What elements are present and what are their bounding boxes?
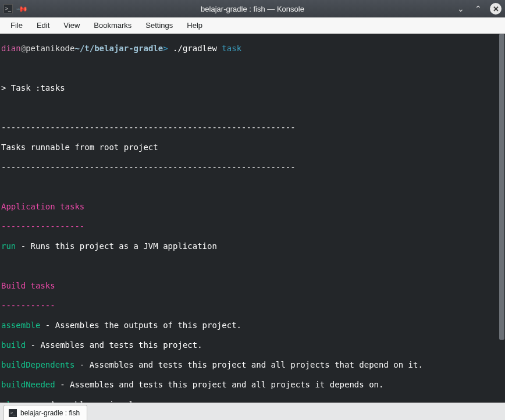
- divider: ----------------------------------------…: [1, 162, 504, 172]
- blank-line: [1, 103, 504, 113]
- menu-bookmarks[interactable]: Bookmarks: [88, 19, 137, 32]
- task-name: classes: [1, 400, 35, 403]
- section-dash: -----------------: [1, 222, 504, 232]
- task-line: build - Assembles and tests this project…: [1, 340, 504, 350]
- task-name: buildDependents: [1, 360, 74, 369]
- window-title: belajar-gradle : fish — Konsole: [201, 5, 304, 13]
- menu-file[interactable]: File: [5, 19, 29, 32]
- task-line: buildDependents - Assembles and tests th…: [1, 360, 504, 370]
- close-button[interactable]: ✕: [490, 3, 502, 15]
- minimize-button[interactable]: ⌄: [455, 4, 467, 13]
- task-name: run: [1, 241, 16, 251]
- task-desc: - Assembles and tests this project and a…: [74, 360, 422, 369]
- task-desc: - Assembles and tests this project.: [26, 340, 202, 350]
- section-title-build: Build tasks: [1, 281, 504, 291]
- menu-help[interactable]: Help: [181, 19, 208, 32]
- prompt-sep: >: [163, 44, 168, 53]
- menubar: File Edit View Bookmarks Settings Help: [0, 17, 505, 34]
- divider: ----------------------------------------…: [1, 123, 504, 133]
- blank-line: [1, 182, 504, 192]
- task-name: buildNeeded: [1, 380, 55, 389]
- task-line: run - Runs this project as a JVM applica…: [1, 241, 504, 251]
- titlebar-left: >_ 📌: [3, 4, 27, 13]
- titlebar: >_ 📌 belajar-gradle : fish — Konsole ⌄ ⌃…: [0, 0, 505, 17]
- prompt-arg: task: [222, 44, 241, 53]
- task-desc: - Assembles main classes.: [35, 400, 163, 403]
- app-icon: >_: [3, 4, 13, 13]
- terminal-icon: >_: [9, 409, 17, 417]
- task-desc: - Runs this project as a JVM application: [16, 241, 217, 251]
- section-dash: -----------: [1, 301, 504, 311]
- task-line: classes - Assembles main classes.: [1, 400, 504, 403]
- task-desc: - Assembles the outputs of this project.: [40, 321, 241, 330]
- prompt-user: dian: [1, 44, 21, 53]
- task-header: > Task :tasks: [1, 83, 504, 93]
- task-line: assemble - Assembles the outputs of this…: [1, 321, 504, 330]
- tab-label: belajar-gradle : fish: [20, 409, 80, 417]
- titlebar-right: ⌄ ⌃ ✕: [455, 3, 502, 15]
- task-desc: - Assembles and tests this project and a…: [55, 380, 384, 389]
- menu-edit[interactable]: Edit: [31, 19, 55, 32]
- prompt-path: ~/t/belajar-gradle: [74, 44, 163, 53]
- menu-settings[interactable]: Settings: [140, 19, 179, 32]
- pin-icon[interactable]: 📌: [16, 2, 29, 15]
- scroll-thumb[interactable]: [499, 34, 504, 340]
- prompt-host: petanikode: [26, 44, 74, 53]
- prompt-line: dian@petanikode~/t/belajar-gradle> ./gra…: [1, 44, 504, 54]
- blank-line: [1, 63, 504, 73]
- task-name: build: [1, 340, 26, 350]
- tabbar: >_ belajar-gradle : fish: [0, 403, 505, 420]
- maximize-button[interactable]: ⌃: [472, 4, 484, 13]
- task-line: buildNeeded - Assembles and tests this p…: [1, 380, 504, 390]
- section-title-app: Application tasks: [1, 202, 504, 212]
- task-name: assemble: [1, 321, 40, 330]
- terminal[interactable]: dian@petanikode~/t/belajar-gradle> ./gra…: [0, 34, 505, 403]
- prompt-at: @: [21, 44, 26, 53]
- scrollbar[interactable]: [499, 34, 505, 403]
- prompt-cmd: ./gradlew: [173, 44, 217, 53]
- tab-active[interactable]: >_ belajar-gradle : fish: [3, 405, 87, 420]
- blank-line: [1, 261, 504, 271]
- menu-view[interactable]: View: [58, 19, 86, 32]
- root-line: Tasks runnable from root project: [1, 143, 504, 152]
